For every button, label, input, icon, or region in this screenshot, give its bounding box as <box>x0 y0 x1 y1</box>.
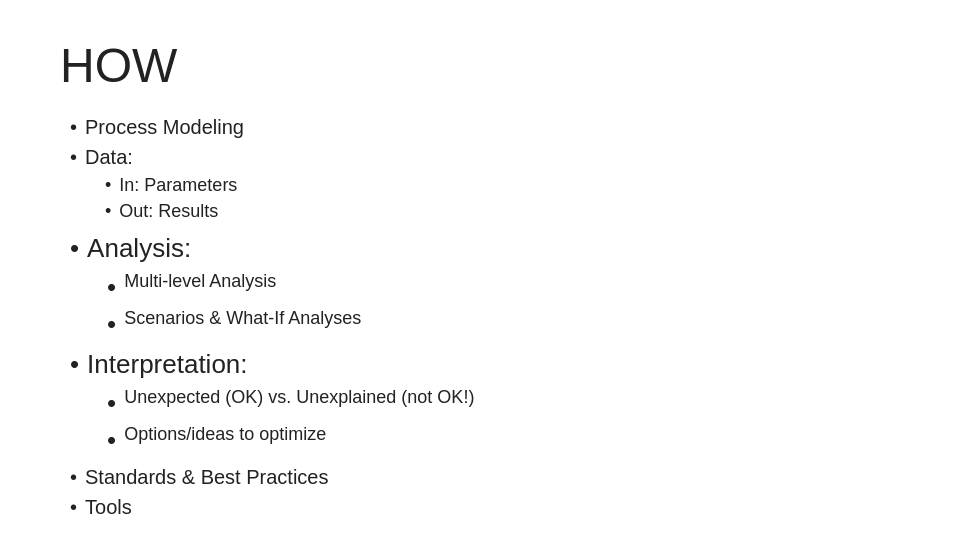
subbullet-interp-unexpected: • <box>107 385 116 421</box>
interpretation-sublist: • Unexpected (OK) vs. Unexplained (not O… <box>107 385 900 459</box>
item-text-analysis-multi: Multi-level Analysis <box>124 269 276 294</box>
analysis-sublist: • Multi-level Analysis • Scenarios & Wha… <box>107 269 900 343</box>
item-text-interpretation: Interpretation: <box>87 349 247 379</box>
slide-content: • Process Modeling • Data: • In: Paramet… <box>60 113 900 521</box>
subbullet-analysis-scenarios: • <box>107 306 116 342</box>
list-item-interp-unexpected: • Unexpected (OK) vs. Unexplained (not O… <box>107 385 900 421</box>
subbullet-data-in: • <box>105 173 111 198</box>
list-item-data: • Data: • In: Parameters • Out: Results <box>70 143 900 228</box>
bullet-5: • <box>70 463 77 491</box>
data-section: Data: • In: Parameters • Out: Results <box>85 143 900 228</box>
bullet-1: • <box>70 113 77 141</box>
list-item-analysis-multi: • Multi-level Analysis <box>107 269 900 305</box>
main-list: • Process Modeling • Data: • In: Paramet… <box>70 113 900 521</box>
item-text-interp-unexpected: Unexpected (OK) vs. Unexplained (not OK!… <box>124 385 474 410</box>
slide: HOW • Process Modeling • Data: • In: Par… <box>0 0 960 540</box>
item-text-data-in: In: Parameters <box>119 173 237 198</box>
item-text-analysis-scenarios: Scenarios & What-If Analyses <box>124 306 361 331</box>
list-item-interpretation: • Interpretation: • Unexpected (OK) vs. … <box>70 346 900 462</box>
interpretation-section: Interpretation: • Unexpected (OK) vs. Un… <box>87 346 900 462</box>
analysis-section: Analysis: • Multi-level Analysis • Scena… <box>87 230 900 346</box>
list-item-interp-options: • Options/ideas to optimize <box>107 422 900 458</box>
list-item-tools: • Tools <box>70 493 900 521</box>
list-item-data-in: • In: Parameters <box>105 173 900 198</box>
item-text-interp-options: Options/ideas to optimize <box>124 422 326 447</box>
bullet-6: • <box>70 493 77 521</box>
item-text-data-out: Out: Results <box>119 199 218 224</box>
bullet-4: • <box>70 346 79 382</box>
bullet-2: • <box>70 143 77 171</box>
slide-title: HOW <box>60 40 900 93</box>
list-item-data-out: • Out: Results <box>105 199 900 224</box>
subbullet-interp-options: • <box>107 422 116 458</box>
item-text-tools: Tools <box>85 493 900 521</box>
list-item-analysis: • Analysis: • Multi-level Analysis • Sce… <box>70 230 900 346</box>
item-text-data: Data: <box>85 146 133 168</box>
item-text-standards: Standards & Best Practices <box>85 463 900 491</box>
item-text-analysis: Analysis: <box>87 233 191 263</box>
list-item-analysis-scenarios: • Scenarios & What-If Analyses <box>107 306 900 342</box>
subbullet-analysis-multi: • <box>107 269 116 305</box>
data-sublist: • In: Parameters • Out: Results <box>105 173 900 224</box>
subbullet-data-out: • <box>105 199 111 224</box>
list-item-process-modeling: • Process Modeling <box>70 113 900 141</box>
list-item-standards: • Standards & Best Practices <box>70 463 900 491</box>
bullet-3: • <box>70 230 79 266</box>
item-text-process-modeling: Process Modeling <box>85 113 900 141</box>
